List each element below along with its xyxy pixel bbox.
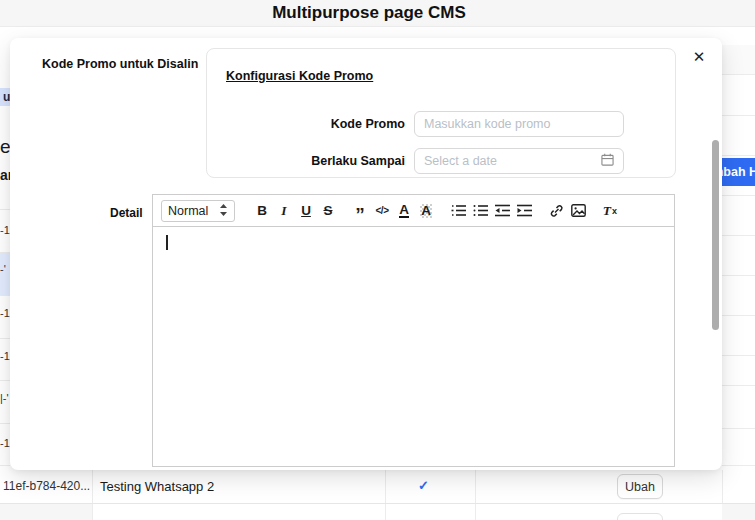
row-id-fragment: -1 — [0, 350, 10, 362]
code-block-button[interactable]: </> — [371, 200, 393, 222]
row-separator — [722, 155, 755, 156]
datepicker-placeholder: Select a date — [424, 154, 601, 168]
promo-config-card: Konfigurasi Kode Promo Kode Promo Berlak… — [206, 48, 676, 178]
clean-t-glyph: T — [603, 203, 611, 219]
row-separator — [0, 465, 10, 466]
table-header-fragment — [722, 45, 755, 75]
column-divider — [92, 470, 93, 520]
close-icon[interactable]: ✕ — [688, 46, 710, 68]
row-separator — [722, 315, 755, 316]
promo-config-title: Konfigurasi Kode Promo — [226, 69, 373, 83]
image-icon[interactable] — [567, 200, 589, 222]
strikethrough-button[interactable]: S — [317, 200, 339, 222]
column-divider — [385, 470, 386, 520]
row-separator — [722, 195, 755, 196]
row-separator — [722, 275, 755, 276]
row-id-fragment: -1 — [0, 224, 10, 236]
row-separator — [0, 503, 755, 504]
editor-content-area[interactable] — [152, 227, 675, 467]
row-separator — [0, 380, 10, 381]
bg-glyph: A — [420, 204, 432, 218]
page-title: Multipurpose page CMS — [0, 3, 738, 23]
clear-formatting-button[interactable]: Tx — [599, 200, 621, 222]
row-separator — [0, 209, 10, 210]
strike-glyph: S — [323, 203, 332, 218]
editor-toolbar: Normal B I U S ” </> A A — [152, 194, 675, 227]
check-icon: ✓ — [418, 478, 429, 493]
row-separator — [722, 428, 755, 429]
row-id-fragment: |-' — [0, 392, 9, 404]
screen: ur e ar -1 -' -1 -1 |-' -1 Multipurpose … — [0, 0, 755, 520]
berlaku-sampai-label: Berlaku Sampai — [311, 154, 405, 168]
ordered-list-icon[interactable] — [447, 200, 469, 222]
underline-glyph: U — [301, 203, 311, 218]
next-row-fragment — [722, 504, 755, 520]
blockquote-button[interactable]: ” — [349, 200, 371, 222]
page-header: Multipurpose page CMS — [0, 0, 755, 27]
clean-x-glyph: x — [612, 206, 617, 216]
table-cell-id: 11ef-b784-420... — [3, 479, 90, 493]
edit-row-button[interactable]: Ubah — [617, 474, 663, 499]
left-fragment-heading: e — [0, 136, 11, 158]
row-separator — [0, 338, 10, 339]
next-row-fragment — [0, 504, 92, 520]
promo-config-modal: ✕ Kode Promo untuk Disalin Konfigurasi K… — [10, 38, 722, 470]
row-separator — [0, 295, 10, 296]
outdent-icon[interactable] — [491, 200, 513, 222]
calendar-icon — [601, 152, 614, 170]
text-color-button[interactable]: A — [393, 200, 415, 222]
copy-promo-toggle-label: Kode Promo untuk Disalin — [42, 57, 198, 71]
bold-button[interactable]: B — [251, 200, 273, 222]
table-row[interactable]: 11ef-b784-420... Testing Whatsapp 2 ✓ Ub… — [0, 470, 755, 520]
row-separator — [722, 385, 755, 386]
italic-button[interactable]: I — [273, 200, 295, 222]
row-id-fragment: -1 — [0, 437, 10, 449]
bullet-list-icon[interactable] — [469, 200, 491, 222]
indent-icon[interactable] — [513, 200, 535, 222]
edit-row-button-partial[interactable] — [617, 513, 663, 520]
kode-promo-label: Kode Promo — [331, 117, 405, 131]
underline-button[interactable]: U — [295, 200, 317, 222]
row-separator — [0, 423, 10, 424]
text-caret — [166, 235, 168, 250]
format-picker-value: Normal — [168, 204, 219, 218]
row-id-fragment: -1 — [0, 307, 10, 319]
background-color-button[interactable]: A — [415, 200, 437, 222]
row-separator — [722, 235, 755, 236]
row-id-fragment: -' — [0, 263, 6, 275]
kode-promo-input[interactable] — [414, 111, 624, 137]
row-separator — [722, 355, 755, 356]
link-icon[interactable] — [545, 200, 567, 222]
table-cell-name: Testing Whatsapp 2 — [100, 479, 214, 494]
color-glyph: A — [399, 203, 409, 218]
format-picker[interactable]: Normal — [161, 200, 235, 222]
row-separator — [0, 252, 10, 253]
berlaku-sampai-datepicker[interactable]: Select a date — [414, 148, 624, 174]
rich-text-editor: Normal B I U S ” </> A A — [152, 194, 675, 467]
vertical-scrollbar[interactable] — [712, 140, 719, 330]
column-divider — [475, 470, 476, 520]
detail-label: Detail — [110, 206, 143, 220]
row-separator — [722, 115, 755, 116]
chevron-up-down-icon — [219, 202, 228, 220]
row-separator — [722, 465, 755, 466]
